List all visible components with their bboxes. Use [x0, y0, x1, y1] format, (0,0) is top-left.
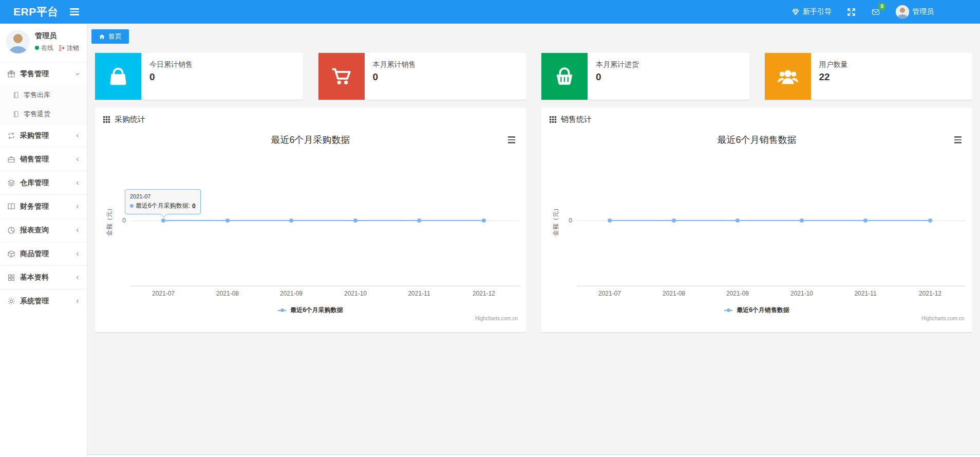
- sidebar-item-purchase[interactable]: 采购管理: [0, 123, 87, 147]
- document-icon: [12, 111, 20, 118]
- th-grid-icon: [103, 116, 110, 123]
- stat-value: 0: [596, 71, 639, 83]
- x-tick-label: 2021-12: [453, 290, 515, 297]
- package-icon: [7, 250, 15, 258]
- series-line: [610, 220, 930, 221]
- tooltip-header: 2021-07: [130, 193, 196, 199]
- layers-icon: [7, 179, 15, 187]
- sidebar: 管理员 在线 注销 零售管理: [0, 24, 87, 457]
- chevron-left-icon: [74, 251, 81, 257]
- x-tick-label: 2021-08: [197, 290, 258, 297]
- chevron-left-icon: [74, 275, 81, 281]
- charts-row: 采购统计 最近6个月采购数据 金额（元） 0 2021-07 2021-: [95, 107, 972, 332]
- data-point-marker: [800, 218, 804, 223]
- gift-icon: [7, 70, 15, 78]
- shopping-bag-icon: [95, 53, 141, 100]
- stat-title: 本月累计进货: [596, 60, 639, 69]
- sidebar-item-basic[interactable]: 基本资料: [0, 265, 87, 289]
- sidebar-item-product[interactable]: 商品管理: [0, 242, 87, 265]
- sidebar-item-finance[interactable]: 财务管理: [0, 194, 87, 218]
- x-tick-label: 2021-10: [771, 290, 833, 297]
- shopping-cart-icon: [318, 53, 365, 100]
- messages-button[interactable]: 0: [871, 8, 880, 16]
- tooltip-value: 0: [192, 203, 196, 210]
- logout-button[interactable]: 注销: [59, 44, 79, 52]
- user-menu[interactable]: 管理员: [896, 5, 934, 19]
- shopping-basket-icon: [541, 53, 588, 100]
- sales-chart: 最近6个月销售数据 金额（元） 0 2021-07 2021-08 2021-0…: [546, 127, 967, 324]
- tab-home[interactable]: 首页: [91, 29, 129, 44]
- stat-title: 用户数量: [819, 60, 848, 69]
- x-tick-label: 2021-10: [325, 290, 386, 297]
- highcharts-credit-link[interactable]: Highcharts.com.cn: [475, 316, 518, 321]
- y-axis-label: 金额（元）: [105, 205, 114, 236]
- sidebar-item-system[interactable]: 系统管理: [0, 289, 87, 313]
- chevron-left-icon: [74, 133, 81, 139]
- legend-label: 最近6个月采购数据: [290, 306, 343, 315]
- chart-tooltip: 2021-07 最近6个月采购数据: 0: [125, 189, 201, 214]
- x-axis-line: [577, 286, 965, 286]
- sign-out-icon: [59, 45, 65, 51]
- gem-icon: [791, 8, 800, 16]
- top-navbar: ERP平台 新手引导: [0, 0, 980, 24]
- x-axis-line: [131, 286, 519, 286]
- online-dot-icon: [35, 46, 39, 50]
- y-axis-tick: 0: [561, 217, 572, 224]
- chart-context-menu-button[interactable]: [506, 135, 517, 145]
- panel-title: 采购统计: [115, 115, 145, 124]
- purchase-chart: 最近6个月采购数据 金额（元） 0 2021-07 2021-08 2021-0…: [100, 127, 521, 324]
- repeat-icon: [7, 132, 15, 140]
- highcharts-credit-link[interactable]: Highcharts.com.cn: [921, 316, 964, 321]
- stat-card-month-purchase: 本月累计进货 0: [541, 53, 749, 100]
- stat-card-user-count: 用户数量 22: [765, 53, 973, 100]
- data-point-marker: [672, 218, 676, 223]
- fullscreen-icon: [847, 8, 856, 16]
- data-point-marker: [225, 218, 230, 223]
- users-icon: [765, 53, 811, 100]
- guide-button[interactable]: 新手引导: [791, 7, 832, 16]
- data-point-marker: [482, 218, 486, 223]
- chevron-left-icon: [74, 204, 81, 210]
- user-name: 管理员: [912, 7, 934, 16]
- panel-title: 销售统计: [561, 115, 592, 124]
- sidebar-toggle-button[interactable]: [70, 8, 79, 15]
- chart-context-menu-button[interactable]: [953, 135, 963, 145]
- stat-card-month-sales: 本月累计销售 0: [318, 53, 526, 100]
- legend-item[interactable]: 最近6个月销售数据: [546, 306, 967, 315]
- sidebar-item-sales[interactable]: 销售管理: [0, 147, 87, 171]
- online-status: 在线: [41, 44, 53, 52]
- sidebar-user-panel: 管理员 在线 注销: [0, 24, 87, 60]
- app-brand: ERP平台: [0, 5, 59, 19]
- stat-cards-row: 今日累计销售 0 本月累计销售 0: [95, 53, 972, 100]
- tooltip-label: 最近6个月采购数据:: [136, 202, 190, 210]
- x-tick-label: 2021-09: [707, 290, 768, 297]
- messages-badge: 0: [878, 3, 885, 10]
- sidebar-item-retail-return[interactable]: 零售退货: [0, 104, 87, 123]
- y-axis-tick: 0: [115, 217, 126, 224]
- data-point-marker: [736, 218, 740, 223]
- x-tick-label: 2021-07: [133, 290, 194, 297]
- stat-title: 今日累计销售: [149, 60, 193, 69]
- chevron-left-icon: [74, 180, 81, 186]
- data-point-marker: [353, 218, 357, 223]
- x-tick-label: 2021-11: [835, 290, 896, 297]
- chart-title: 最近6个月销售数据: [546, 134, 967, 146]
- fullscreen-button[interactable]: [847, 8, 856, 16]
- footer: [87, 454, 980, 457]
- context-menu-icon: [508, 136, 515, 138]
- sidebar-item-warehouse[interactable]: 仓库管理: [0, 171, 87, 194]
- document-icon: [12, 92, 20, 99]
- book-icon: [7, 203, 15, 211]
- hamburger-icon: [70, 8, 79, 10]
- sidebar-avatar: [6, 30, 30, 53]
- data-point-marker: [608, 218, 612, 223]
- sidebar-item-retail-outbound[interactable]: 零售出库: [0, 85, 87, 104]
- data-point-marker: [161, 218, 165, 223]
- stat-value: 22: [819, 71, 848, 83]
- data-point-marker: [928, 218, 932, 223]
- chevron-left-icon: [74, 156, 81, 162]
- stat-card-today-sales: 今日累计销售 0: [95, 53, 303, 100]
- sidebar-item-retail[interactable]: 零售管理: [0, 62, 87, 85]
- sidebar-item-report[interactable]: 报表查询: [0, 218, 87, 242]
- legend-item[interactable]: 最近6个月采购数据: [100, 306, 521, 315]
